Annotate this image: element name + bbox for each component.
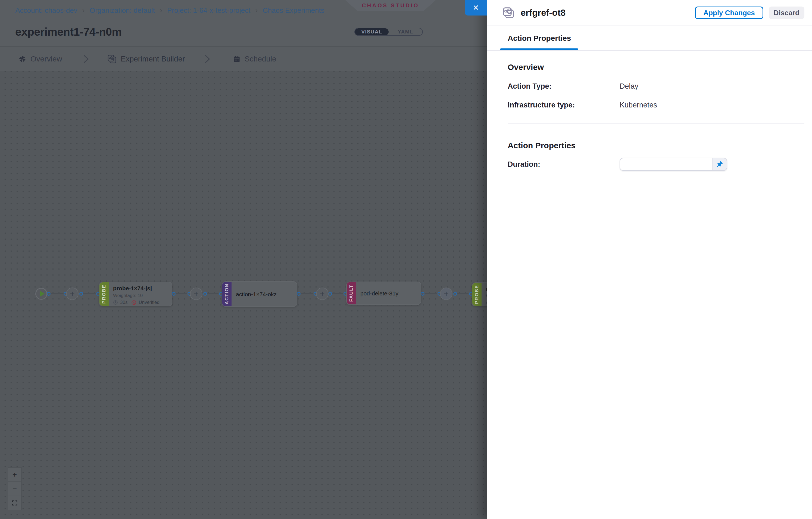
discard-button[interactable]: Discard xyxy=(769,6,804,19)
edge-connector xyxy=(47,292,51,296)
infrastructure-type-value: Kubernetes xyxy=(619,101,657,109)
action-properties-drawer: ✕ erfgref-ot8 Apply Changes Discard Acti… xyxy=(487,0,812,519)
edge-connector xyxy=(421,292,425,296)
action-type-row: Action Type: Delay xyxy=(508,82,804,90)
plus-icon: + xyxy=(444,290,449,298)
node-fault[interactable]: FAULT pod-delete-81y xyxy=(346,281,421,305)
edge-connector xyxy=(328,292,332,296)
node-duration: 30s xyxy=(120,300,127,305)
plus-icon: + xyxy=(320,290,325,298)
add-step-button[interactable]: + xyxy=(316,288,328,300)
edge-connector xyxy=(297,292,300,296)
add-step-button[interactable]: + xyxy=(66,288,79,300)
section-divider xyxy=(508,124,804,124)
pushpin-icon xyxy=(716,161,723,168)
pin-runtime-input-button[interactable] xyxy=(712,158,727,170)
duration-label: Duration: xyxy=(508,160,619,169)
flow-edge xyxy=(298,293,313,294)
drawer-content: Overview Action Type: Delay Infrastructu… xyxy=(487,62,812,171)
node-name: pod-delete-81y xyxy=(360,290,398,297)
node-status: Unverified xyxy=(139,300,160,305)
flow-edge xyxy=(49,293,64,294)
plus-icon: + xyxy=(194,290,199,298)
edge-connector xyxy=(79,292,83,296)
close-icon: ✕ xyxy=(472,3,479,12)
node-name: action-1×74-okz xyxy=(236,291,277,298)
duration-input[interactable] xyxy=(620,158,712,170)
infrastructure-type-row: Infrastructure type: Kubernetes xyxy=(508,101,804,109)
clock-icon xyxy=(113,300,118,305)
play-icon xyxy=(40,291,45,297)
fit-to-screen-button[interactable] xyxy=(8,496,22,510)
action-type-bar: ACTION xyxy=(222,282,232,306)
action-properties-section-heading: Action Properties xyxy=(508,141,804,150)
zoom-out-button[interactable]: − xyxy=(8,482,22,496)
action-type-label: Action Type: xyxy=(508,82,619,90)
edge-connector xyxy=(203,292,207,296)
drawer-active-tab-underline xyxy=(500,48,578,50)
drawer-title: erfgref-ot8 xyxy=(521,8,695,18)
node-action[interactable]: ACTION action-1×74-okz xyxy=(222,281,297,307)
plus-icon: + xyxy=(70,290,75,298)
zoom-in-button[interactable]: + xyxy=(8,467,22,482)
edge-connector xyxy=(172,292,176,296)
start-node[interactable] xyxy=(35,288,47,300)
action-node-icon xyxy=(502,6,515,19)
fault-type-bar: FAULT xyxy=(347,282,356,304)
node-probe-1[interactable]: PROBE probe-1×74-jsj Weightage: 10 30s U… xyxy=(99,282,172,306)
duration-input-group xyxy=(619,158,727,171)
node-name: probe-1×74-jsj xyxy=(113,285,169,292)
chaos-studio-app: Account: chaos-dev › Organization: defau… xyxy=(0,0,812,519)
fullscreen-icon xyxy=(11,500,18,506)
infrastructure-type-label: Infrastructure type: xyxy=(508,101,619,109)
drawer-header: erfgref-ot8 Apply Changes Discard xyxy=(487,0,812,26)
add-step-button[interactable]: + xyxy=(440,288,453,300)
close-drawer-button[interactable]: ✕ xyxy=(465,0,487,16)
unverified-icon xyxy=(131,300,137,305)
flow-edge xyxy=(81,293,96,294)
drawer-tab-bar: Action Properties xyxy=(487,26,812,51)
probe-type-bar: PROBE xyxy=(472,283,482,306)
probe-type-bar: PROBE xyxy=(99,282,109,306)
overview-section-heading: Overview xyxy=(508,62,804,72)
flow-edge xyxy=(422,293,437,294)
flow-edge xyxy=(331,293,343,294)
duration-row: Duration: xyxy=(508,158,804,171)
action-type-value: Delay xyxy=(619,82,638,90)
node-weightage: Weightage: 10 xyxy=(113,293,169,298)
tab-action-properties[interactable]: Action Properties xyxy=(508,26,571,51)
apply-changes-button[interactable]: Apply Changes xyxy=(695,6,763,19)
canvas-zoom-controls: + − xyxy=(8,467,22,510)
edge-connector xyxy=(453,292,457,296)
add-step-button[interactable]: + xyxy=(190,288,202,300)
